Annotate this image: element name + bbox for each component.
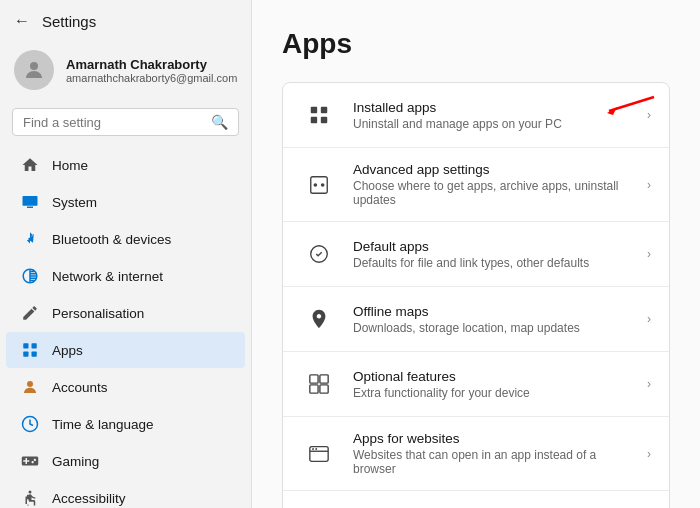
chevron-right-icon: › [647, 247, 651, 261]
svg-rect-2 [27, 207, 33, 209]
search-icon: 🔍 [211, 114, 228, 130]
svg-rect-22 [310, 385, 318, 393]
item-text-installed-apps: Installed apps Uninstall and manage apps… [353, 100, 631, 131]
item-text-default-apps: Default apps Defaults for file and link … [353, 239, 631, 270]
item-title-installed-apps: Installed apps [353, 100, 631, 115]
settings-item-advanced-app-settings[interactable]: Advanced app settings Choose where to ge… [283, 148, 669, 222]
gaming-icon [20, 451, 40, 471]
network-icon [20, 266, 40, 286]
sidebar-item-label: Personalisation [52, 306, 144, 321]
settings-item-video-playback[interactable]: Video playback Video adjustments, HDR st… [283, 491, 669, 508]
installed-apps-icon [301, 97, 337, 133]
user-info: Amarnath Chakraborty amarnathchakraborty… [66, 57, 237, 84]
item-title-apps-for-websites: Apps for websites [353, 431, 631, 446]
sidebar-item-label: Home [52, 158, 88, 173]
sidebar-item-accessibility[interactable]: Accessibility [6, 480, 245, 508]
svg-rect-3 [23, 343, 28, 348]
svg-rect-1 [23, 196, 38, 206]
item-text-apps-for-websites: Apps for websites Websites that can open… [353, 431, 631, 476]
chevron-right-icon: › [647, 447, 651, 461]
advanced-app-settings-icon [301, 167, 337, 203]
svg-rect-16 [311, 176, 328, 193]
sidebar-item-label: Apps [52, 343, 83, 358]
sidebar-item-personalisation[interactable]: Personalisation [6, 295, 245, 331]
accounts-icon [20, 377, 40, 397]
sidebar-item-bluetooth[interactable]: Bluetooth & devices [6, 221, 245, 257]
svg-point-9 [29, 491, 32, 494]
settings-item-default-apps[interactable]: Default apps Defaults for file and link … [283, 222, 669, 287]
item-desc-installed-apps: Uninstall and manage apps on your PC [353, 117, 631, 131]
apps-icon [20, 340, 40, 360]
sidebar-item-home[interactable]: Home [6, 147, 245, 183]
sidebar-item-label: Network & internet [52, 269, 163, 284]
item-text-optional-features: Optional features Extra functionality fo… [353, 369, 631, 400]
item-text-offline-maps: Offline maps Downloads, storage location… [353, 304, 631, 335]
svg-rect-10 [311, 107, 317, 113]
sidebar-item-time[interactable]: Time & language [6, 406, 245, 442]
bluetooth-icon [20, 229, 40, 249]
item-desc-offline-maps: Downloads, storage location, map updates [353, 321, 631, 335]
item-title-optional-features: Optional features [353, 369, 631, 384]
avatar [14, 50, 54, 90]
chevron-right-icon: › [647, 377, 651, 391]
settings-list: Installed apps Uninstall and manage apps… [282, 82, 670, 508]
sidebar-item-accounts[interactable]: Accounts [6, 369, 245, 405]
item-title-default-apps: Default apps [353, 239, 631, 254]
svg-point-27 [315, 448, 317, 450]
home-icon [20, 155, 40, 175]
sidebar-header: ← Settings [0, 0, 251, 40]
sidebar-item-system[interactable]: System [6, 184, 245, 220]
main-content: Apps Installed apps Uninstall and manage… [252, 0, 700, 508]
user-name: Amarnath Chakraborty [66, 57, 237, 72]
optional-features-icon [301, 366, 337, 402]
chevron-right-icon: › [647, 108, 651, 122]
svg-rect-11 [321, 107, 327, 113]
sidebar-item-gaming[interactable]: Gaming [6, 443, 245, 479]
svg-rect-5 [23, 352, 28, 357]
item-desc-advanced-app-settings: Choose where to get apps, archive apps, … [353, 179, 631, 207]
sidebar-item-label: Accessibility [52, 491, 126, 506]
item-text-advanced-app-settings: Advanced app settings Choose where to ge… [353, 162, 631, 207]
system-icon [20, 192, 40, 212]
sidebar-item-label: Time & language [52, 417, 154, 432]
svg-rect-21 [320, 375, 328, 383]
settings-item-installed-apps[interactable]: Installed apps Uninstall and manage apps… [283, 83, 669, 148]
user-profile[interactable]: Amarnath Chakraborty amarnathchakraborty… [0, 40, 251, 100]
svg-rect-6 [32, 352, 37, 357]
svg-point-26 [312, 448, 314, 450]
svg-rect-13 [321, 117, 327, 123]
back-button[interactable]: ← [14, 12, 30, 30]
search-input[interactable] [23, 115, 205, 130]
user-email: amarnathchakraborty6@gmail.com [66, 72, 237, 84]
svg-rect-4 [32, 343, 37, 348]
sidebar-item-label: Accounts [52, 380, 108, 395]
item-title-advanced-app-settings: Advanced app settings [353, 162, 631, 177]
svg-rect-20 [310, 375, 318, 383]
item-title-offline-maps: Offline maps [353, 304, 631, 319]
settings-item-offline-maps[interactable]: Offline maps Downloads, storage location… [283, 287, 669, 352]
item-desc-optional-features: Extra functionality for your device [353, 386, 631, 400]
offline-maps-icon [301, 301, 337, 337]
settings-title: Settings [42, 13, 96, 30]
sidebar-item-label: System [52, 195, 97, 210]
sidebar-item-apps[interactable]: Apps [6, 332, 245, 368]
sidebar-item-label: Gaming [52, 454, 99, 469]
svg-point-0 [30, 62, 38, 70]
apps-for-websites-icon [301, 436, 337, 472]
chevron-right-icon: › [647, 178, 651, 192]
time-icon [20, 414, 40, 434]
page-title: Apps [282, 28, 670, 60]
personalisation-icon [20, 303, 40, 323]
sidebar-item-network[interactable]: Network & internet [6, 258, 245, 294]
default-apps-icon [301, 236, 337, 272]
svg-point-17 [314, 183, 318, 187]
svg-point-7 [27, 381, 33, 387]
settings-item-apps-for-websites[interactable]: Apps for websites Websites that can open… [283, 417, 669, 491]
sidebar-item-label: Bluetooth & devices [52, 232, 171, 247]
sidebar: ← Settings Amarnath Chakraborty amarnath… [0, 0, 252, 508]
nav-list: Home System Bluetooth & devices Network … [0, 146, 251, 508]
svg-rect-12 [311, 117, 317, 123]
search-box[interactable]: 🔍 [12, 108, 239, 136]
settings-item-optional-features[interactable]: Optional features Extra functionality fo… [283, 352, 669, 417]
svg-rect-23 [320, 385, 328, 393]
